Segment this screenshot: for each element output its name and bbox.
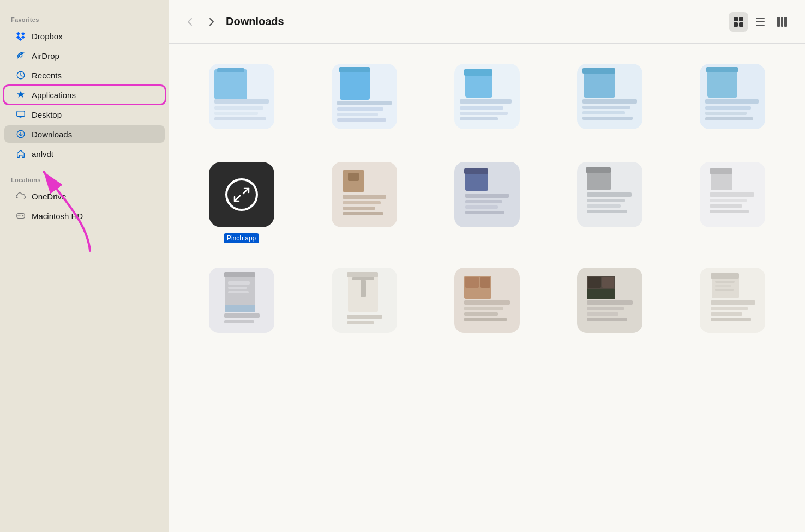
file-item[interactable] (184, 57, 298, 142)
file-item[interactable] (184, 261, 298, 346)
back-button[interactable] (182, 14, 197, 29)
sidebar-item-airdrop[interactable]: AirDrop (4, 47, 165, 64)
file-label-pinch: Pinch.app (224, 233, 259, 243)
file-label (484, 233, 490, 235)
file-item[interactable] (553, 261, 667, 346)
svg-rect-29 (464, 69, 492, 76)
sidebar-item-anlvdt[interactable]: anlvdt (4, 145, 165, 162)
svg-rect-91 (347, 321, 374, 324)
svg-rect-95 (480, 277, 490, 288)
file-label (361, 233, 368, 235)
svg-rect-17 (214, 106, 263, 110)
svg-rect-79 (228, 281, 250, 285)
svg-rect-44 (705, 99, 759, 104)
file-item[interactable] (553, 57, 667, 142)
file-item[interactable] (430, 57, 544, 142)
svg-rect-83 (224, 320, 254, 323)
svg-rect-115 (711, 300, 755, 305)
svg-rect-42 (707, 68, 737, 98)
sidebar-item-macintosh-hd[interactable]: Macintosh HD (4, 207, 165, 225)
svg-rect-8 (734, 22, 738, 27)
sidebar-item-onedrive[interactable]: OneDrive (4, 188, 165, 205)
svg-rect-89 (361, 280, 366, 297)
svg-rect-113 (715, 285, 731, 287)
cloud-icon (15, 191, 26, 202)
home-icon (15, 148, 26, 159)
svg-rect-60 (465, 205, 498, 209)
svg-rect-94 (465, 277, 479, 288)
svg-rect-65 (587, 192, 632, 197)
sidebar-item-downloads[interactable]: Downloads (4, 125, 165, 143)
svg-rect-57 (464, 168, 488, 174)
file-label (484, 135, 490, 137)
sidebar-item-airdrop-label: AirDrop (32, 51, 59, 61)
svg-rect-26 (337, 118, 386, 122)
svg-point-5 (22, 215, 24, 217)
file-item[interactable] (307, 155, 421, 247)
sidebar-item-recents[interactable]: Recents (4, 66, 165, 84)
file-label (606, 339, 613, 341)
svg-rect-47 (705, 117, 753, 120)
sidebar-item-applications-label: Applications (32, 90, 76, 100)
svg-rect-58 (465, 194, 509, 198)
forward-button[interactable] (204, 14, 219, 29)
svg-rect-6 (734, 17, 738, 21)
svg-rect-80 (228, 287, 247, 289)
main-content: Downloads (169, 0, 805, 532)
pinch-icon (206, 159, 277, 230)
svg-rect-78 (224, 272, 255, 277)
svg-rect-23 (337, 101, 392, 105)
file-label (729, 233, 736, 235)
file-item[interactable] (676, 57, 790, 142)
svg-rect-45 (705, 106, 751, 110)
svg-rect-106 (587, 307, 624, 310)
file-icon (574, 159, 645, 230)
svg-rect-30 (460, 99, 512, 104)
svg-rect-50 (348, 173, 359, 181)
svg-rect-99 (464, 318, 507, 321)
file-item[interactable] (676, 155, 790, 247)
svg-rect-37 (582, 99, 637, 104)
svg-rect-90 (347, 315, 382, 319)
file-item[interactable] (307, 57, 421, 142)
file-item-pinch[interactable]: Pinch.app (184, 155, 298, 247)
file-item[interactable] (430, 261, 544, 346)
svg-rect-11 (781, 17, 783, 27)
file-label (606, 233, 613, 235)
svg-rect-61 (465, 211, 504, 214)
sidebar-item-dropbox[interactable]: Dropbox (4, 27, 165, 45)
svg-rect-116 (711, 307, 748, 310)
svg-rect-82 (224, 313, 260, 318)
svg-rect-64 (586, 167, 611, 173)
svg-rect-25 (337, 113, 378, 116)
sidebar-item-desktop[interactable]: Desktop (4, 106, 165, 123)
svg-rect-19 (214, 117, 266, 120)
svg-rect-66 (587, 199, 625, 202)
svg-rect-36 (582, 68, 615, 74)
svg-rect-105 (587, 300, 633, 305)
view-list-button[interactable] (750, 12, 770, 32)
svg-rect-97 (464, 307, 503, 310)
airdrop-icon (15, 50, 26, 61)
svg-rect-22 (339, 67, 370, 72)
sidebar-item-applications[interactable]: Applications (4, 86, 165, 104)
file-item[interactable] (307, 261, 421, 346)
svg-rect-31 (460, 106, 503, 110)
locations-section-label: Locations (0, 171, 169, 185)
file-item[interactable] (430, 155, 544, 247)
file-item[interactable] (553, 155, 667, 247)
toolbar: Downloads (169, 0, 805, 44)
svg-rect-87 (347, 272, 378, 277)
file-item[interactable] (676, 261, 790, 346)
svg-rect-72 (710, 192, 754, 197)
svg-rect-104 (587, 289, 615, 299)
svg-rect-38 (582, 106, 630, 109)
svg-rect-7 (739, 17, 743, 21)
svg-rect-40 (582, 117, 633, 120)
file-label (238, 339, 245, 341)
sidebar-item-anlvdt-label: anlvdt (32, 149, 53, 159)
svg-rect-68 (587, 210, 627, 213)
view-grid-button[interactable] (729, 12, 748, 32)
view-columns-button[interactable] (772, 12, 792, 32)
svg-rect-18 (214, 112, 258, 115)
